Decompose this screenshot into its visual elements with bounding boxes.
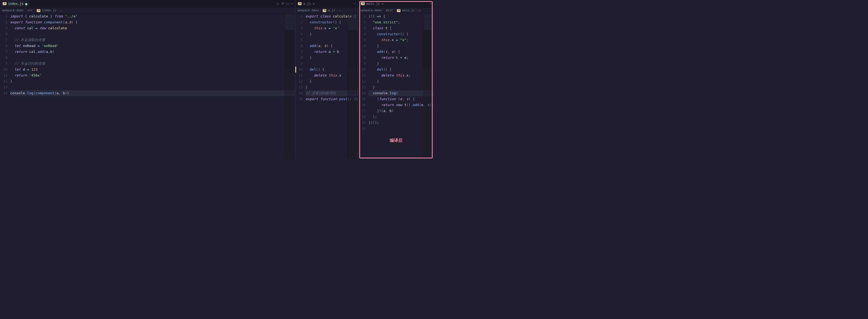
tab-bar: JSmain.js×⋯ — [358, 0, 434, 7]
line-number: 15 — [295, 96, 303, 102]
breadcrumb-segment[interactable]: JS a.js — [323, 9, 335, 12]
line-number: 1 — [358, 13, 366, 19]
line-number: 14 — [358, 90, 366, 96]
action-icon[interactable]: ⟳ — [281, 2, 284, 6]
breadcrumb-segment[interactable]: webpack-demo — [298, 9, 319, 12]
breadcrumb-segment[interactable]: webpack-demo — [2, 9, 23, 12]
breadcrumb-segment[interactable]: JS index.js — [37, 9, 56, 12]
code-line[interactable]: import { calculate } from '../a' — [10, 13, 295, 19]
line-number: 11 — [295, 72, 303, 78]
close-icon[interactable]: × — [313, 2, 315, 6]
line-number: 4 — [0, 31, 7, 37]
breadcrumb-segment[interactable]: … — [339, 9, 341, 12]
line-gutter: 1234567891011121314 — [0, 13, 10, 160]
js-file-icon: JS — [37, 9, 40, 12]
close-icon[interactable]: ● — [25, 2, 27, 6]
line-number: 2 — [295, 19, 303, 25]
line-number: 8 — [295, 55, 303, 61]
js-file-icon: JS — [361, 2, 365, 5]
js-file-icon: JS — [3, 2, 6, 5]
breadcrumb-segment[interactable]: JS main.js — [397, 9, 415, 12]
code-line[interactable]: return cal.add(a,b) — [10, 49, 295, 55]
code-editor[interactable]: 1234567891011121314import { calculate } … — [0, 13, 295, 160]
line-number: 12 — [358, 78, 366, 84]
action-icon[interactable]: ▷ — [277, 2, 279, 6]
editor-pane: JSa.js×⋯webpack-demo›JS a.js›…1234567891… — [295, 0, 359, 160]
minimap[interactable] — [284, 13, 295, 160]
line-number: 15 — [358, 96, 366, 102]
code-line[interactable]: // 不会访问的变量 — [10, 61, 295, 67]
code-content[interactable]: import { calculate } from '../a'export f… — [10, 13, 295, 160]
line-number: 14 — [0, 90, 7, 96]
breadcrumb[interactable]: webpack-demo›src›JS index.js›… — [0, 7, 295, 13]
line-number: 8 — [358, 55, 366, 61]
chevron-right-icon: › — [320, 9, 322, 12]
line-number: 12 — [0, 78, 7, 84]
code-line[interactable]: return '456x' — [10, 72, 295, 78]
code-line[interactable]: let d = 123 — [10, 67, 295, 72]
chevron-right-icon: › — [394, 9, 396, 12]
line-number: 6 — [358, 43, 366, 49]
line-number: 16 — [358, 102, 366, 108]
action-icon[interactable]: ⋯ — [354, 2, 356, 6]
line-number: 5 — [358, 37, 366, 43]
editor-pane: JSmain.js×⋯webpack-demo›dist›JS main.js›… — [358, 0, 434, 160]
breadcrumb[interactable]: webpack-demo›JS a.js›… — [295, 7, 358, 13]
line-number: 10 — [0, 67, 7, 72]
code-line[interactable]: const cal = new calculate — [10, 25, 295, 31]
line-number: 10 — [295, 67, 303, 72]
code-line[interactable] — [10, 31, 295, 37]
action-icon[interactable]: ⋯ — [429, 2, 432, 6]
line-number: 3 — [295, 25, 303, 31]
line-number: 17 — [358, 108, 366, 114]
line-number: 8 — [0, 55, 7, 61]
file-tab[interactable]: JSindex.js● — [0, 0, 30, 7]
breadcrumb[interactable]: webpack-demo›dist›JS main.js›⬚ — [358, 7, 434, 13]
line-number: 2 — [358, 19, 366, 25]
action-icon[interactable]: ⋯ — [291, 2, 293, 6]
minimap[interactable] — [347, 13, 358, 160]
line-number: 9 — [0, 61, 7, 67]
js-file-icon: JS — [397, 9, 401, 12]
action-icon[interactable]: ▢ — [286, 2, 289, 6]
breadcrumb-segment[interactable]: webpack-demo — [360, 9, 381, 12]
code-line[interactable] — [10, 55, 295, 61]
close-icon[interactable]: × — [381, 2, 384, 6]
code-line[interactable]: // 不会读取的变量 — [10, 37, 295, 43]
tab-filename: a.js — [303, 2, 311, 6]
line-number: 1 — [0, 13, 7, 19]
line-number: 20 — [358, 126, 366, 132]
line-number: 18 — [358, 114, 366, 120]
line-number: 5 — [0, 37, 7, 43]
file-tab[interactable]: JSmain.js× — [358, 0, 386, 7]
line-number: 5 — [295, 37, 303, 43]
tab-bar: JSa.js×⋯ — [295, 0, 358, 7]
line-gutter: 1234567891011121314151617181920 — [358, 13, 368, 160]
line-number: 4 — [295, 31, 303, 37]
line-number: 19 — [358, 120, 366, 126]
code-editor[interactable]: 123456789101112131415export class calcul… — [295, 13, 358, 160]
breadcrumb-segment[interactable]: ⬚ — [419, 9, 421, 12]
line-number: 2 — [0, 19, 7, 25]
code-line[interactable]: console.log(component(a, b)) — [10, 90, 295, 96]
tab-bar: JSindex.js●▷⟳▢⋯ — [0, 0, 295, 7]
code-line[interactable]: } — [10, 78, 295, 84]
tab-filename: main.js — [366, 2, 380, 6]
breadcrumb-segment[interactable]: dist — [385, 9, 393, 12]
code-line[interactable]: export function component(a,b) { — [10, 19, 295, 25]
line-number: 10 — [358, 67, 366, 72]
line-number: 14 — [295, 90, 303, 96]
code-line[interactable]: let noRead = 'noRead' — [10, 43, 295, 49]
line-number: 13 — [0, 84, 7, 90]
line-number: 13 — [358, 84, 366, 90]
line-number: 12 — [295, 78, 303, 84]
file-tab[interactable]: JSa.js× — [295, 0, 318, 7]
chevron-right-icon: › — [336, 9, 338, 12]
breadcrumb-segment[interactable]: src — [27, 9, 33, 12]
minimap[interactable] — [423, 13, 434, 160]
chevron-right-icon: › — [58, 9, 59, 12]
code-line[interactable] — [10, 84, 295, 90]
tab-filename: index.js — [8, 2, 24, 6]
line-number: 7 — [0, 49, 7, 55]
breadcrumb-segment[interactable]: … — [60, 9, 62, 12]
